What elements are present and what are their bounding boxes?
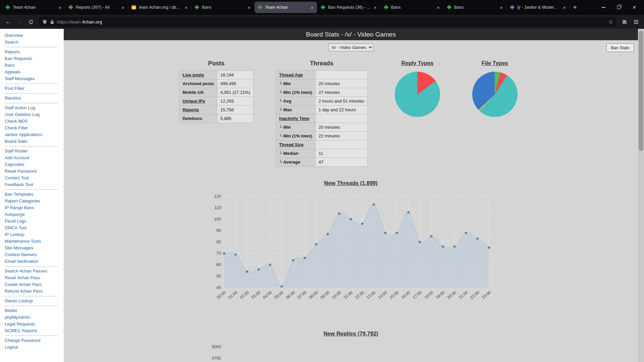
sidebar-link-email-verification[interactable]: Email Verification <box>5 258 64 265</box>
table-row: └ Min (1% lows)27 minutes <box>276 88 368 97</box>
sidebar-link-legal-requests[interactable]: Legal Requests <box>5 321 64 327</box>
sidebar-link-reset-password[interactable]: Reset Password <box>5 168 64 175</box>
tab-close-icon[interactable]: × <box>184 5 188 10</box>
sidebar-link-staff-action-log[interactable]: Staff Action Log <box>5 105 64 111</box>
tab[interactable]: Bans× <box>381 2 443 13</box>
tab[interactable]: Bans× <box>192 2 254 13</box>
table-row: Thread Size <box>276 140 368 149</box>
minimize-button[interactable] <box>596 0 611 15</box>
sidebar-link-create-4chan-pass[interactable]: Create 4chan Pass <box>5 281 64 288</box>
sidebar-link-maintenance-tools[interactable]: Maintenance Tools <box>5 238 64 245</box>
sidebar-link-reports[interactable]: Reports <box>5 49 64 55</box>
sidebar-link-appeals[interactable]: Appeals <box>5 69 64 75</box>
scrollbar[interactable] <box>638 29 644 362</box>
tab-close-icon[interactable]: × <box>247 5 251 10</box>
sidebar-link-blotter[interactable]: Blotter <box>5 307 64 314</box>
tab[interactable]: Team 4chan× <box>2 2 65 13</box>
new-threads-section: New Threads (1,899) 40506070809010011012… <box>64 180 638 309</box>
sidebar-link-site-messages[interactable]: Site Messages <box>5 245 64 251</box>
sidebar-link-contest-banners[interactable]: Contest Banners <box>5 251 64 258</box>
tab-close-icon[interactable]: × <box>58 5 62 10</box>
ban-stats-button[interactable]: Ban Stats <box>606 44 634 52</box>
sidebar-link-blacklist[interactable]: Blacklist <box>5 95 64 102</box>
sidebar-link-staff-roster[interactable]: Staff Roster <box>5 148 64 155</box>
x-tick-label: 17:00 <box>412 290 423 300</box>
stat-value <box>315 114 367 123</box>
sidebar-link-staff-messages[interactable]: Staff Messages <box>5 75 64 82</box>
url-bar[interactable]: https://team.4chan.org ☆ <box>39 17 616 27</box>
sidebar-link-janitor-applications[interactable]: Janitor Applications <box>5 131 64 138</box>
posts-heading: Posts <box>179 60 254 67</box>
sidebar-link-post-filter[interactable]: Post Filter <box>5 85 64 92</box>
sidebar-link-refund-4chan-pass[interactable]: Refund 4chan Pass <box>5 288 64 295</box>
bookmark-star-icon[interactable]: ☆ <box>608 19 613 25</box>
sidebar-link-ncmec-reports[interactable]: NCMEC Reports <box>5 327 64 334</box>
library-button[interactable] <box>619 16 630 27</box>
tab-close-icon[interactable]: × <box>310 5 314 10</box>
tab-close-icon[interactable]: × <box>373 5 377 10</box>
sidebar-link-add-account[interactable]: Add Account <box>5 155 64 161</box>
sidebar-link-contact-tool[interactable]: Contact Tool <box>5 175 64 181</box>
sidebar-link-check-md5[interactable]: Check MD5 <box>5 118 64 125</box>
tab-close-icon[interactable]: × <box>562 5 567 10</box>
close-window-button[interactable]: × <box>627 0 642 15</box>
sidebar-link-autopurge[interactable]: Autopurge <box>5 211 64 218</box>
back-button[interactable]: ← <box>3 16 13 27</box>
x-tick-label: 13:00 <box>366 290 377 300</box>
sidebar-link-capcodes[interactable]: Capcodes <box>5 161 64 168</box>
menu-button[interactable] <box>631 16 641 27</box>
stat-value: 22 minutes <box>315 132 367 140</box>
threads-block: Threads Thread Age└ Min20 minutes└ Min (… <box>276 60 368 167</box>
sidebar-link-user-deletion-log[interactable]: User Deletion Log <box>5 111 64 118</box>
stat-label: └ Avg <box>276 97 316 106</box>
tab-active[interactable]: Team 4chan× <box>255 2 317 13</box>
sidebar-separator <box>5 296 58 296</box>
sidebar-link-reset-4chan-pass[interactable]: Reset 4chan Pass <box>5 275 64 281</box>
sidebar-link-owoto-lookup[interactable]: Owoto Lookup <box>5 298 64 304</box>
sidebar-link-dmca-tool[interactable]: DMCA Tool <box>5 225 64 231</box>
sidebar-link-feedback-tool[interactable]: Feedback Tool <box>5 181 64 188</box>
tab-title: Reports (357) - All <box>76 5 118 10</box>
scrollbar-thumb[interactable] <box>639 31 643 151</box>
stat-value: 2 hours and 51 minutes <box>315 97 367 106</box>
tab[interactable]: Reports (357) - All× <box>65 2 128 13</box>
tab[interactable]: Mteam.4chan.org / db-ena...× <box>128 2 191 13</box>
posts-block: Posts Live posts18,194Archived posts499,… <box>179 60 254 123</box>
tab[interactable]: Bans× <box>444 2 506 13</box>
stat-label: └ Min <box>276 79 316 88</box>
tab-close-icon[interactable]: × <box>436 5 440 10</box>
sidebar-link-flood-logs[interactable]: Flood Logs <box>5 218 64 225</box>
restore-button[interactable] <box>611 0 627 15</box>
stat-label: Live posts <box>179 71 217 79</box>
sidebar-link-ban-requests[interactable]: Ban Requests <box>5 55 64 62</box>
sidebar-link-change-password[interactable]: Change Password <box>5 337 64 344</box>
sidebar-link-board-stats[interactable]: Board Stats <box>5 138 64 145</box>
sidebar-link-ban-templates[interactable]: Ban Templates <box>5 191 64 198</box>
reload-icon <box>29 19 34 24</box>
tab-close-icon[interactable]: × <box>121 5 125 10</box>
sidebar-link-phpmyadmin[interactable]: phpMyAdmin <box>5 314 64 321</box>
sidebar-link-search[interactable]: Search <box>5 39 64 46</box>
tab[interactable]: Ban Requests (36) - All× <box>318 2 380 13</box>
sidebar-link-search-4chan-passes[interactable]: Search 4chan Passes <box>5 268 64 275</box>
forward-button[interactable]: → <box>14 16 25 27</box>
new-tab-button[interactable]: + <box>570 2 580 13</box>
url-text: https://team.4chan.org <box>57 19 102 24</box>
x-tick-label: 11:00 <box>343 290 354 300</box>
sidebar-link-logout[interactable]: Logout <box>5 344 64 351</box>
board-select[interactable]: /v/ - Video Games <box>328 44 373 51</box>
table-row: └ Average47 <box>276 158 368 167</box>
x-tick-label: 03:00 <box>251 290 262 300</box>
library-icon <box>622 19 627 24</box>
sidebar-link-ip-lookup[interactable]: IP Lookup <box>5 231 64 238</box>
sidebar-link-overview[interactable]: Overview <box>5 32 64 39</box>
sidebar-link-check-filter[interactable]: Check Filter <box>5 125 64 131</box>
fourchan-favicon <box>68 5 73 10</box>
sidebar-link-ip-range-bans[interactable]: IP Range Bans <box>5 204 64 211</box>
sidebar-link-bans[interactable]: Bans <box>5 62 64 69</box>
reload-button[interactable] <box>25 16 36 27</box>
y-tick-label: 40 <box>216 285 221 290</box>
tab[interactable]: /j/ - Janitor & Moderator...× <box>507 2 569 13</box>
tab-close-icon[interactable]: × <box>499 5 503 10</box>
sidebar-link-report-categories[interactable]: Report Categories <box>5 198 64 204</box>
